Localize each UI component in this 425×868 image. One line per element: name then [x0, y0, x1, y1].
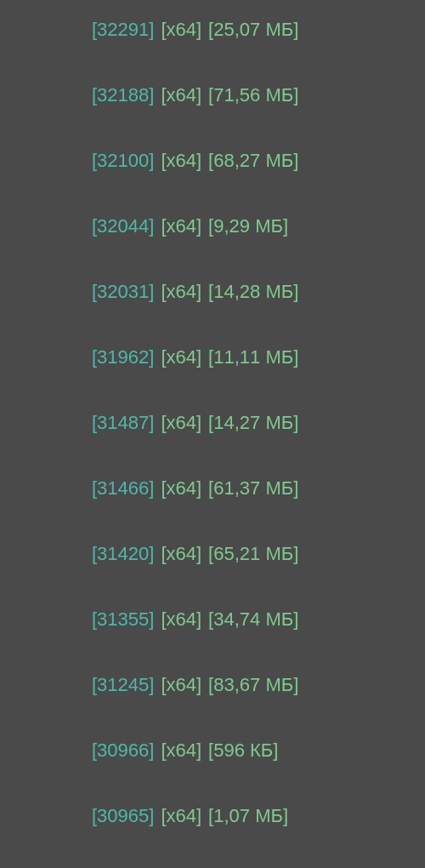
- item-size: [71,56 МБ]: [208, 84, 298, 106]
- item-id: [31355]: [92, 608, 154, 631]
- item-arch: [x64]: [161, 19, 201, 41]
- item-id: [32100]: [92, 150, 154, 172]
- item-arch: [x64]: [161, 281, 201, 303]
- list-item[interactable]: [31355][x64][34,74 МБ]: [92, 607, 425, 672]
- item-size: [25,07 МБ]: [208, 19, 298, 41]
- item-size: [11,11 МБ]: [208, 346, 298, 368]
- item-arch: [x64]: [161, 805, 201, 827]
- item-size: [1,07 МБ]: [208, 805, 288, 827]
- item-arch: [x64]: [161, 608, 201, 631]
- item-arch: [x64]: [161, 84, 201, 106]
- item-id: [31487]: [92, 412, 154, 434]
- item-size: [61,37 МБ]: [208, 477, 298, 500]
- item-id: [31466]: [92, 477, 154, 500]
- item-list: [32291][x64][25,07 МБ][32188][x64][71,56…: [92, 17, 425, 868]
- item-size: [9,29 МБ]: [208, 215, 288, 237]
- item-id: [31245]: [92, 674, 154, 696]
- list-item[interactable]: [32044][x64][9,29 МБ]: [92, 214, 425, 279]
- list-item[interactable]: [31245][x64][83,67 МБ]: [92, 672, 425, 738]
- item-id: [30966]: [92, 740, 154, 762]
- list-item[interactable]: [31962][x64][11,11 МБ]: [92, 345, 425, 410]
- list-item[interactable]: [31466][x64][61,37 МБ]: [92, 476, 425, 541]
- item-arch: [x64]: [161, 150, 201, 172]
- list-item[interactable]: [30965][x64][1,07 МБ]: [92, 803, 425, 868]
- item-id: [32188]: [92, 84, 154, 106]
- list-item[interactable]: [32188][x64][71,56 МБ]: [92, 83, 425, 148]
- list-item[interactable]: [30966][x64][596 КБ]: [92, 738, 425, 803]
- item-size: [34,74 МБ]: [208, 608, 298, 631]
- item-id: [31420]: [92, 543, 154, 565]
- item-size: [68,27 МБ]: [208, 150, 298, 172]
- item-size: [596 КБ]: [208, 740, 278, 762]
- item-arch: [x64]: [161, 674, 201, 696]
- item-size: [14,28 МБ]: [208, 281, 298, 303]
- list-item[interactable]: [32031][x64][14,28 МБ]: [92, 279, 425, 345]
- item-id: [30965]: [92, 805, 154, 827]
- item-id: [32031]: [92, 281, 154, 303]
- item-arch: [x64]: [161, 477, 201, 500]
- list-item[interactable]: [31487][x64][14,27 МБ]: [92, 410, 425, 476]
- item-arch: [x64]: [161, 412, 201, 434]
- list-item[interactable]: [31420][x64][65,21 МБ]: [92, 541, 425, 607]
- item-size: [83,67 МБ]: [208, 674, 298, 696]
- list-item[interactable]: [32291][x64][25,07 МБ]: [92, 17, 425, 83]
- item-arch: [x64]: [161, 215, 201, 237]
- item-arch: [x64]: [161, 740, 201, 762]
- item-size: [65,21 МБ]: [208, 543, 298, 565]
- item-id: [32044]: [92, 215, 154, 237]
- item-arch: [x64]: [161, 346, 201, 368]
- item-id: [31962]: [92, 346, 154, 368]
- item-size: [14,27 МБ]: [208, 412, 298, 434]
- item-id: [32291]: [92, 19, 154, 41]
- list-item[interactable]: [32100][x64][68,27 МБ]: [92, 148, 425, 214]
- item-arch: [x64]: [161, 543, 201, 565]
